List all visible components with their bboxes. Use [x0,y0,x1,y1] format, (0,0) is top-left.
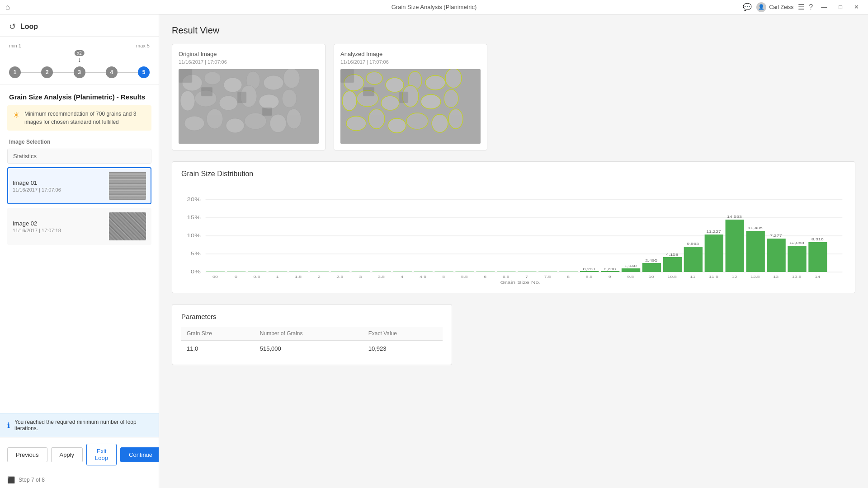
svg-rect-89 [559,272,578,272]
svg-text:7: 7 [525,275,528,279]
svg-text:3: 3 [359,275,362,279]
chart-area: 0% 5% 10% 15% 20% [181,185,846,285]
svg-text:13: 13 [773,275,778,279]
maximize-button[interactable]: □ [835,3,846,11]
svg-text:1: 1 [276,275,279,279]
svg-text:15%: 15% [187,215,201,221]
warning-icon: ☀ [13,110,20,120]
svg-point-28 [425,75,445,90]
svg-rect-22 [262,108,272,116]
wizard-min-label: min 1 [9,43,21,48]
svg-rect-43 [363,87,374,96]
previous-button[interactable]: Previous [7,447,47,462]
title-bar: ⌂ Grain Size Analysis (Planimetric) 💬 👤 … [0,0,868,14]
exit-loop-button[interactable]: Exit Loop [86,444,117,465]
wizard-step-2[interactable]: 2 [41,66,53,78]
svg-text:11,227: 11,227 [706,230,721,234]
svg-point-34 [421,94,441,109]
svg-point-15 [226,118,244,133]
svg-point-6 [283,69,300,88]
analyzed-image-card: Analyzed Image 11/16/2017 | 17:07:06 [334,44,487,150]
chart-svg: 0% 5% 10% 15% 20% [181,185,846,285]
svg-point-9 [219,96,237,110]
svg-text:9,563: 9,563 [687,242,699,246]
wizard-step-4[interactable]: 4 [106,66,118,78]
title-bar-right: 💬 👤 Carl Zeiss ☰ ? — □ ✕ [743,2,863,12]
svg-text:7,277: 7,277 [770,234,782,238]
svg-text:2.5: 2.5 [336,275,343,279]
image-item-2-info: Image 02 11/16/2017 | 17:07:18 [13,220,104,233]
continue-button[interactable]: Continue [120,447,159,462]
parameters-card: Parameters Grain Size Number of Grains E… [172,304,452,365]
chat-icon[interactable]: 💬 [743,3,752,11]
svg-text:0,208: 0,208 [604,267,616,271]
step-indicator-text: Step 7 of 8 [19,477,45,483]
image-item-2[interactable]: Image 02 11/16/2017 | 17:07:18 [7,208,151,245]
bottom-buttons: Previous Apply Exit Loop Continue [0,437,159,472]
svg-rect-71 [373,272,391,272]
svg-rect-94 [601,271,619,272]
svg-rect-118 [767,239,785,272]
svg-text:0: 0 [235,275,237,279]
svg-rect-87 [538,272,557,272]
svg-text:11.5: 11.5 [709,275,718,279]
image-item-2-name: Image 02 [13,220,104,227]
close-button[interactable]: ✕ [850,3,863,11]
original-image-card: Original Image 11/16/2017 | 17:07:06 [172,44,326,150]
svg-text:10.5: 10.5 [667,275,677,279]
svg-rect-100 [642,263,661,272]
svg-rect-115 [746,231,765,272]
loop-icon: ↺ [9,22,16,32]
svg-text:5: 5 [442,275,445,279]
wizard-step-3[interactable]: 3 [74,66,85,78]
svg-point-25 [366,72,382,84]
main-layout: ↺ Loop min 1 max 5 x2 ↓ 1 2 [0,14,868,488]
image-item-1[interactable]: Image 01 11/16/2017 | 17:07:06 [7,167,151,204]
svg-point-35 [444,89,458,108]
step-wizard: min 1 max 5 x2 ↓ 1 2 3 4 5 [0,37,159,85]
svg-rect-20 [201,87,212,96]
svg-point-12 [282,89,297,108]
info-icon: ℹ [7,421,10,430]
svg-text:14,553: 14,553 [727,215,742,219]
svg-rect-121 [788,246,806,272]
apply-button[interactable]: Apply [51,447,83,462]
svg-text:4: 4 [401,275,403,279]
help-icon[interactable]: ? [809,3,813,11]
svg-text:10: 10 [649,275,654,279]
svg-rect-103 [663,257,682,272]
wizard-labels: min 1 max 5 [9,43,150,48]
svg-text:4.5: 4.5 [420,275,426,279]
original-image-svg [179,69,319,144]
analyzed-image [340,69,481,144]
svg-rect-67 [331,272,349,272]
svg-rect-21 [237,92,246,103]
svg-text:8,316: 8,316 [811,238,824,241]
original-image-date: 11/16/2017 | 17:07:06 [179,59,319,65]
original-image-title: Original Image [179,51,319,57]
title-bar-left: ⌂ [5,3,10,11]
minimize-button[interactable]: — [817,3,830,11]
home-icon[interactable]: ⌂ [5,3,10,11]
svg-text:12.5: 12.5 [750,275,760,279]
svg-rect-63 [289,272,308,272]
result-view-title: Result View [172,25,855,36]
svg-text:8.5: 8.5 [585,275,592,279]
analyzed-image-date: 11/16/2017 | 17:07:06 [340,59,481,65]
svg-rect-85 [518,272,536,272]
svg-rect-77 [434,272,453,272]
user-name: Carl Zeiss [769,4,793,10]
menu-icon[interactable]: ☰ [798,3,804,11]
wizard-max-label: max 5 [136,43,150,48]
image-thumb-1 [109,172,146,200]
left-panel: ↺ Loop min 1 max 5 x2 ↓ 1 2 [0,14,159,488]
svg-rect-65 [310,272,329,272]
wizard-step-1[interactable]: 1 [9,66,21,78]
svg-text:0.5: 0.5 [253,275,260,279]
analyzed-image-svg [340,69,481,144]
wizard-step-5[interactable]: 5 [138,66,150,78]
image-item-1-info: Image 01 11/16/2017 | 17:07:06 [13,179,104,192]
chart-card: Grain Size Distribution 0% 5% 10% 15% 20… [172,161,855,293]
svg-text:9.5: 9.5 [627,275,634,279]
svg-text:6: 6 [484,275,486,279]
